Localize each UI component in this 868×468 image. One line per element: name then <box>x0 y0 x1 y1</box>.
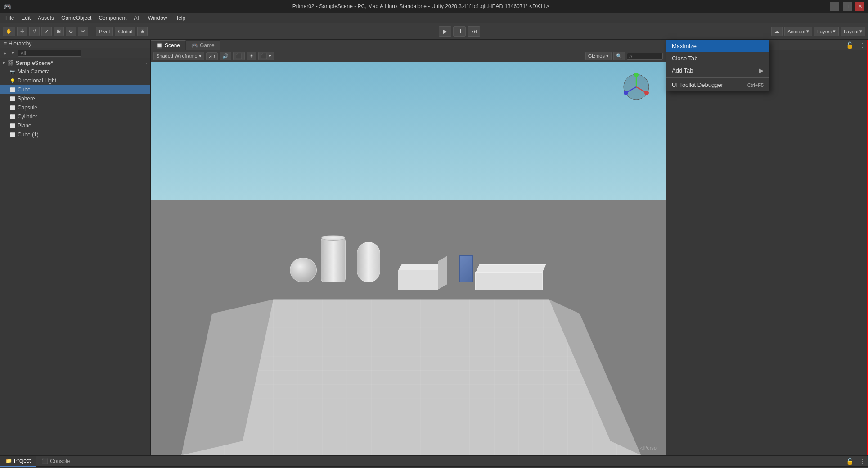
inspector-panel: ℹ Inspector 🔓 ⋮ Maximize Close Tab Add T… <box>666 40 868 455</box>
hierarchy-item-dirlight[interactable]: 💡 Directional Light <box>0 76 150 85</box>
hierarchy-icon: ≡ <box>4 41 7 47</box>
scene-effects-button[interactable]: ⬛ <box>233 52 245 60</box>
context-menu: Maximize Close Tab Add Tab ▶ UI Toolkit … <box>666 40 769 91</box>
scene-sphere <box>290 258 317 282</box>
toolbar-play-button[interactable]: ▶ <box>439 26 451 37</box>
toolbar-custom-tool[interactable]: ✂ <box>78 27 88 36</box>
hierarchy-dropdown-button[interactable]: ▾ <box>10 50 16 56</box>
bottom-more-button[interactable]: ⋮ <box>856 458 868 465</box>
hier-label-capsule: Capsule <box>18 105 37 111</box>
capsule-icon: ⬜ <box>9 104 16 111</box>
hierarchy-item-maincamera[interactable]: 📷 Main Camera <box>0 67 150 76</box>
plane-icon: ⬜ <box>9 122 16 129</box>
scene-context-button[interactable]: ⋮ <box>144 61 148 66</box>
scene-capsule <box>357 242 380 282</box>
toolbar: ✋ ✛ ↺ ⤢ ⊞ ⊙ ✂ Pivot Global ⊞ ▶ ⏸ ⏭ ☁ Acc… <box>0 23 868 40</box>
hier-label-cube: Cube <box>18 86 31 93</box>
hierarchy-add-button[interactable]: + <box>2 50 8 56</box>
toolbar-scale-tool[interactable]: ⤢ <box>41 27 52 36</box>
ctx-menu-close-tab[interactable]: Close Tab <box>666 52 769 64</box>
cylinder-icon: ⬜ <box>9 113 16 120</box>
menu-window[interactable]: Window <box>144 14 171 22</box>
scene-longbox <box>475 272 543 290</box>
scene-layer-dropdown[interactable]: ⬛ ▾ <box>258 52 274 60</box>
inspector-more-button[interactable]: ⋮ <box>856 41 868 49</box>
scene-blue-shape <box>459 255 473 282</box>
bottom-tabs: 📁 Project ⬛ Console 🔓 ⋮ <box>0 456 868 467</box>
hierarchy-item-sphere[interactable]: ⬜ Sphere <box>0 94 150 103</box>
minimize-button[interactable]: — <box>830 2 839 11</box>
menu-help[interactable]: Help <box>171 14 189 22</box>
toolbar-rect-tool[interactable]: ⊞ <box>54 27 64 36</box>
hier-label-sphere: Sphere <box>18 95 35 102</box>
scene-gizmo <box>621 71 652 103</box>
toolbar-pivot-button[interactable]: Pivot <box>96 27 113 36</box>
scene-tab-game[interactable]: 🎮 Game <box>186 40 220 50</box>
menu-edit[interactable]: Edit <box>18 14 34 22</box>
scene-grid-svg <box>151 172 666 455</box>
scene-search-input[interactable] <box>627 53 663 60</box>
hierarchy-panel: ≡ Hierarchy + ▾ ▼ 🎬 SampleScene* ⋮ 📷 Mai… <box>0 40 151 455</box>
title-icon: 🎮 <box>4 3 11 10</box>
menu-gameobject[interactable]: GameObject <box>58 14 95 22</box>
toolbar-hand-tool[interactable]: ✋ <box>3 27 15 36</box>
menu-assets[interactable]: Assets <box>34 14 58 22</box>
toolbar-layers-button[interactable]: Layers ▾ <box>814 27 839 36</box>
toolbar-grid-button[interactable]: ⊞ <box>137 27 148 36</box>
ctx-menu-add-tab[interactable]: Add Tab ▶ <box>666 64 769 77</box>
ctx-addtab-arrow: ▶ <box>759 67 764 74</box>
hierarchy-search-input[interactable] <box>18 50 81 57</box>
bottom-lock-button[interactable]: 🔓 <box>843 458 856 465</box>
toolbar-move-tool[interactable]: ✛ <box>17 27 27 36</box>
toolbar-layout-button[interactable]: Layout ▾ <box>841 27 865 36</box>
shading-mode-button[interactable]: Shaded Wireframe ▾ <box>153 52 204 60</box>
scene-view[interactable]: ◁Persp <box>151 62 666 455</box>
toolbar-rotate-tool[interactable]: ↺ <box>29 27 40 36</box>
toolbar-global-button[interactable]: Global <box>115 27 135 36</box>
scene-2d-button[interactable]: 2D <box>206 52 218 60</box>
scene-lighting-button[interactable]: ☀ <box>247 52 256 60</box>
toolbar-collab-button[interactable]: ☁ <box>771 27 783 36</box>
hierarchy-item-cube[interactable]: ⬜ Cube <box>0 85 150 94</box>
hierarchy-item-plane[interactable]: ⬜ Plane <box>0 121 150 130</box>
inspector-lock-button[interactable]: 🔓 <box>843 41 856 49</box>
bottom-tab-project[interactable]: 📁 Project <box>0 456 36 467</box>
toolbar-pause-button[interactable]: ⏸ <box>453 26 466 37</box>
menu-file[interactable]: File <box>2 14 18 22</box>
toolbar-account-button[interactable]: Account ▾ <box>784 27 812 36</box>
scene-tabs: 🔲 Scene 🎮 Game <box>151 40 666 50</box>
scene-tab-scene[interactable]: 🔲 Scene <box>151 40 186 50</box>
light-icon: 💡 <box>9 77 16 84</box>
scene-tab-label: Scene <box>165 42 180 49</box>
hierarchy-tab[interactable]: ≡ Hierarchy <box>0 40 150 48</box>
scene-audio-button[interactable]: 🔊 <box>220 52 231 60</box>
bottom-tab-console[interactable]: ⬛ Console <box>36 456 75 467</box>
hierarchy-content: ▼ 🎬 SampleScene* ⋮ 📷 Main Camera 💡 Direc… <box>0 58 150 455</box>
main-layout: ≡ Hierarchy + ▾ ▼ 🎬 SampleScene* ⋮ 📷 Mai… <box>0 40 868 455</box>
menu-af[interactable]: AF <box>130 14 144 22</box>
console-tab-icon: ⬛ <box>41 458 48 464</box>
close-button[interactable]: ✕ <box>855 2 864 11</box>
toolbar-step-button[interactable]: ⏭ <box>468 26 480 37</box>
gizmos-button[interactable]: Gizmos ▾ <box>585 52 612 60</box>
scene-search-button[interactable]: 🔍 <box>613 52 625 60</box>
menu-component[interactable]: Component <box>95 14 130 22</box>
maximize-button[interactable]: □ <box>843 2 852 11</box>
scene-area: 🔲 Scene 🎮 Game Shaded Wireframe ▾ 2D 🔊 ⬛… <box>151 40 666 455</box>
hierarchy-item-capsule[interactable]: ⬜ Capsule <box>0 103 150 112</box>
camera-icon: 📷 <box>9 68 16 75</box>
persp-label: ◁Persp <box>640 445 657 451</box>
scene-name: SampleScene* <box>16 60 53 66</box>
hierarchy-scene-row[interactable]: ▼ 🎬 SampleScene* ⋮ <box>0 59 150 67</box>
scene-icon: 🎬 <box>7 60 14 66</box>
hierarchy-item-cylinder[interactable]: ⬜ Cylinder <box>0 112 150 121</box>
ctx-menu-maximize[interactable]: Maximize <box>666 40 769 52</box>
ctx-maximize-label: Maximize <box>672 43 697 50</box>
hierarchy-item-cube1[interactable]: ⬜ Cube (1) <box>0 130 150 139</box>
scene-cube <box>398 270 438 290</box>
svg-point-6 <box>634 73 639 77</box>
window-title: Primer02 - SampleScene - PC, Mac & Linux… <box>11 3 830 9</box>
ctx-uitoolkit-label: UI Toolkit Debugger <box>672 82 723 88</box>
toolbar-transform-tool[interactable]: ⊙ <box>66 27 76 36</box>
ctx-menu-uitoolkit[interactable]: UI Toolkit Debugger Ctrl+F5 <box>666 79 769 91</box>
